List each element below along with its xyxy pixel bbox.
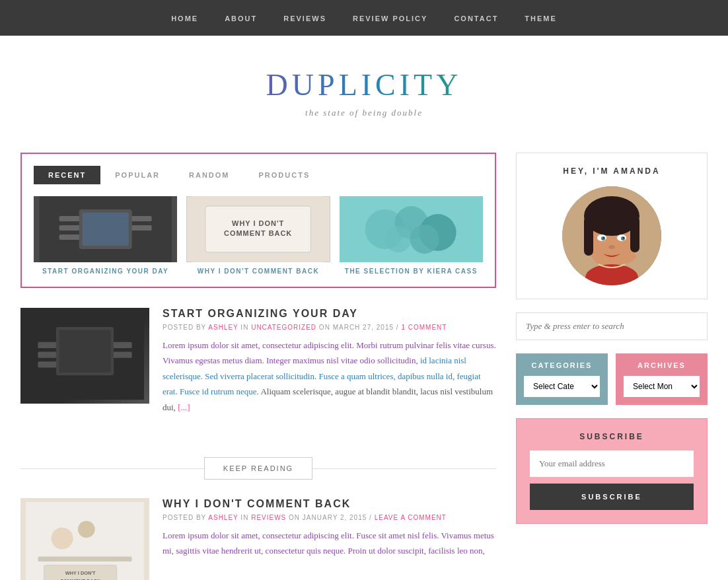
article-title-1: START ORGANIZING YOUR DAY <box>163 308 496 320</box>
nav-review-policy[interactable]: REVIEW POLICY <box>353 15 427 22</box>
svg-point-24 <box>78 521 95 538</box>
tab-products[interactable]: PRODUCTS <box>244 166 325 184</box>
article-date-1: MARCH 27, 2015 <box>333 324 394 331</box>
archives-title: ARCHIVES <box>624 361 700 369</box>
content-area: RECENT POPULAR RANDOM PRODUCTS <box>20 153 496 580</box>
article-item-1: START ORGANIZING YOUR DAY POSTED BY ASHL… <box>20 308 496 436</box>
nav-about[interactable]: ABOUT <box>225 15 257 22</box>
svg-point-40 <box>623 237 624 238</box>
archives-box: ARCHIVES Select Mon March 2015 January 2… <box>616 353 708 405</box>
svg-point-41 <box>608 245 615 249</box>
featured-item-1[interactable]: START ORGANIZING YOUR DAY <box>34 196 177 275</box>
svg-rect-5 <box>83 213 129 246</box>
featured-item-title-3: THE SELECTION BY KIERA CASS <box>340 268 483 275</box>
amanda-avatar <box>562 186 661 285</box>
sidebar: HEY, I'M AMANDA <box>516 153 708 580</box>
keep-reading-button[interactable]: KEEP READING <box>204 457 312 480</box>
svg-text:WHY I DON'T: WHY I DON'T <box>232 219 284 227</box>
svg-rect-25 <box>38 557 131 562</box>
featured-grid: START ORGANIZING YOUR DAY WHY I DON'T CO… <box>34 196 483 275</box>
featured-item-title-2: WHY I DON'T COMMENT BACK <box>186 268 330 275</box>
article-date-2: JANUARY 2, 2015 <box>303 514 367 521</box>
subscribe-email-input[interactable] <box>530 451 694 477</box>
article-content-1: START ORGANIZING YOUR DAY POSTED BY ASHL… <box>163 308 496 415</box>
subscribe-button[interactable]: SUBSCRIBE <box>530 484 694 510</box>
article-item-2: WHY I DON'T COMMENT BACK WHY I DON'T COM… <box>20 498 496 580</box>
site-tagline: the state of being double <box>0 108 728 118</box>
categories-box: CATEGORIES Select Cate Uncategorized Rev… <box>516 353 608 405</box>
amanda-title: HEY, I'M AMANDA <box>530 166 694 176</box>
svg-point-15 <box>410 225 439 254</box>
article-title-2: WHY I DON'T COMMENT BACK <box>163 498 496 510</box>
nav-contact[interactable]: CONTACT <box>454 15 498 22</box>
amanda-widget: HEY, I'M AMANDA <box>516 153 708 299</box>
nav-home[interactable]: HOME <box>171 15 198 22</box>
tab-random[interactable]: RANDOM <box>174 166 244 184</box>
search-widget <box>516 312 708 340</box>
svg-rect-33 <box>630 216 639 252</box>
nav-reviews[interactable]: REVIEWS <box>283 15 326 22</box>
tab-popular[interactable]: POPULAR <box>100 166 174 184</box>
article-meta-2: POSTED BY ASHLEY IN REVIEWS ON JANUARY 2… <box>163 514 496 521</box>
tab-recent[interactable]: RECENT <box>34 166 100 184</box>
site-title: DUPLICITY <box>0 67 728 102</box>
comments-link-2[interactable]: LEAVE A COMMENT <box>375 514 447 521</box>
svg-point-23 <box>52 527 73 549</box>
category-link-1[interactable]: UNCATEGORIZED <box>251 324 316 331</box>
keep-reading-wrap: KEEP READING <box>20 457 496 480</box>
featured-img-3 <box>340 196 483 262</box>
article-thumb-1 <box>20 308 149 404</box>
article-excerpt-1: Lorem ipsum dolor sit amet, consectetur … <box>163 338 496 415</box>
categories-select[interactable]: Select Cate Uncategorized Reviews Books <box>524 376 600 397</box>
author-link-2[interactable]: ASHLEY <box>208 514 238 521</box>
featured-tabs: RECENT POPULAR RANDOM PRODUCTS <box>34 166 483 184</box>
featured-item-3[interactable]: THE SELECTION BY KIERA CASS <box>340 196 483 275</box>
svg-point-14 <box>384 226 411 252</box>
svg-text:WHY I DON'T: WHY I DON'T <box>65 570 96 576</box>
main-nav: HOME ABOUT REVIEWS REVIEW POLICY CONTACT… <box>0 0 728 36</box>
amanda-image-wrap <box>530 186 694 285</box>
svg-point-34 <box>587 197 637 226</box>
subscribe-title: SUBSCRIBE <box>530 432 694 441</box>
categories-title: CATEGORIES <box>524 361 600 369</box>
featured-img-1 <box>34 196 177 262</box>
author-link-1[interactable]: ASHLEY <box>208 324 238 331</box>
svg-text:COMMENT BACK: COMMENT BACK <box>224 229 292 237</box>
svg-point-37 <box>601 236 605 240</box>
svg-point-39 <box>603 237 604 238</box>
article-content-2: WHY I DON'T COMMENT BACK POSTED BY ASHLE… <box>163 498 496 580</box>
nav-theme[interactable]: THEME <box>525 15 557 22</box>
featured-item-title-1: START ORGANIZING YOUR DAY <box>34 268 177 275</box>
cat-arch-row: CATEGORIES Select Cate Uncategorized Rev… <box>516 353 708 405</box>
article-excerpt-2: Lorem ipsum dolor sit amet, consectetur … <box>163 528 496 559</box>
archives-select[interactable]: Select Mon March 2015 January 2015 Decem… <box>624 376 700 397</box>
svg-point-38 <box>621 236 625 240</box>
category-link-2[interactable]: REVIEWS <box>251 514 286 521</box>
subscribe-widget: SUBSCRIBE SUBSCRIBE <box>516 418 708 524</box>
search-input[interactable] <box>516 312 708 340</box>
article-meta-1: POSTED BY ASHLEY IN UNCATEGORIZED ON MAR… <box>163 324 496 331</box>
comments-link-1[interactable]: 1 COMMENT <box>401 324 447 331</box>
featured-item-2[interactable]: WHY I DON'T COMMENT BACK WHY I DON'T COM… <box>186 196 330 275</box>
site-header: DUPLICITY the state of being double <box>0 36 728 139</box>
featured-box: RECENT POPULAR RANDOM PRODUCTS <box>20 153 496 288</box>
svg-rect-32 <box>584 216 593 256</box>
featured-img-2: WHY I DON'T COMMENT BACK <box>186 196 330 262</box>
article-thumb-2: WHY I DON'T COMMENT BACK <box>20 498 149 580</box>
svg-rect-21 <box>59 330 110 372</box>
